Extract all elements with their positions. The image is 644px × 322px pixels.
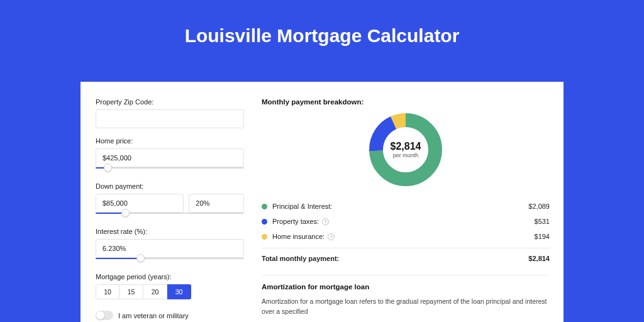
- period-option-15[interactable]: 15: [119, 284, 143, 299]
- donut-chart-wrap: $2,814 per month: [262, 112, 550, 187]
- down-payment-slider[interactable]: [96, 211, 244, 219]
- legend: Principal & Interest:$2,089Property taxe…: [262, 199, 550, 266]
- veteran-row: I am veteran or military: [96, 311, 244, 320]
- interest-slider[interactable]: [96, 257, 244, 264]
- period-option-10[interactable]: 10: [96, 284, 119, 299]
- donut-sub: per month: [393, 152, 419, 158]
- down-payment-group: Down payment:: [96, 182, 244, 219]
- amortization-title: Amortization for mortgage loan: [262, 283, 550, 291]
- legend-row: Property taxes:?$531: [262, 214, 550, 229]
- amortization-body: Amortization for a mortgage loan refers …: [262, 297, 550, 317]
- legend-total-row: Total monthly payment:$2,814: [262, 248, 550, 266]
- zip-label: Property Zip Code:: [96, 98, 244, 106]
- legend-dot: [262, 204, 267, 209]
- legend-row: Principal & Interest:$2,089: [262, 199, 550, 214]
- home-price-group: Home price:: [96, 137, 244, 174]
- results-panel: Monthly payment breakdown: $2,814 per mo…: [257, 82, 564, 322]
- legend-dot: [262, 234, 267, 240]
- slider-thumb[interactable]: [121, 209, 130, 217]
- legend-label: Home insurance:?: [272, 233, 535, 240]
- total-value: $2,814: [528, 255, 550, 262]
- form-panel: Property Zip Code: Home price: Down paym…: [80, 82, 257, 322]
- info-icon[interactable]: ?: [322, 218, 329, 225]
- legend-label: Property taxes:?: [272, 218, 535, 225]
- zip-group: Property Zip Code:: [96, 98, 244, 128]
- veteran-toggle[interactable]: [96, 311, 113, 320]
- down-payment-pct-input[interactable]: [189, 194, 244, 213]
- home-price-label: Home price:: [96, 137, 244, 145]
- period-label: Mortgage period (years):: [96, 273, 244, 280]
- period-option-30[interactable]: 30: [167, 284, 191, 299]
- breakdown-title: Monthly payment breakdown:: [262, 98, 550, 106]
- period-group: Mortgage period (years): 10152030: [96, 273, 244, 299]
- legend-label: Principal & Interest:: [272, 203, 528, 210]
- donut-chart: $2,814 per month: [368, 112, 443, 187]
- legend-value: $194: [535, 233, 550, 240]
- period-segmented: 10152030: [96, 284, 244, 299]
- down-payment-label: Down payment:: [96, 182, 244, 190]
- interest-group: Interest rate (%):: [96, 228, 244, 264]
- legend-row: Home insurance:?$194: [262, 229, 550, 244]
- legend-value: $531: [535, 218, 550, 225]
- home-price-input[interactable]: [96, 148, 244, 167]
- slider-thumb[interactable]: [136, 254, 145, 262]
- donut-total: $2,814: [391, 141, 421, 152]
- down-payment-input[interactable]: [96, 194, 184, 213]
- zip-input[interactable]: [96, 109, 244, 128]
- home-price-slider[interactable]: [96, 166, 244, 174]
- legend-value: $2,089: [528, 203, 550, 210]
- total-label: Total monthly payment:: [262, 255, 528, 262]
- interest-input[interactable]: [96, 239, 244, 258]
- slider-thumb[interactable]: [104, 164, 112, 172]
- donut-center: $2,814 per month: [368, 112, 443, 187]
- info-icon[interactable]: ?: [328, 233, 335, 240]
- veteran-label: I am veteran or military: [118, 312, 189, 319]
- interest-label: Interest rate (%):: [96, 228, 244, 235]
- page-background: Louisville Mortgage Calculator Property …: [0, 0, 644, 322]
- divider: [262, 275, 550, 275]
- legend-dot: [262, 219, 267, 225]
- period-option-20[interactable]: 20: [143, 284, 167, 299]
- calculator-card: Property Zip Code: Home price: Down paym…: [80, 82, 564, 322]
- page-title: Louisville Mortgage Calculator: [0, 0, 644, 64]
